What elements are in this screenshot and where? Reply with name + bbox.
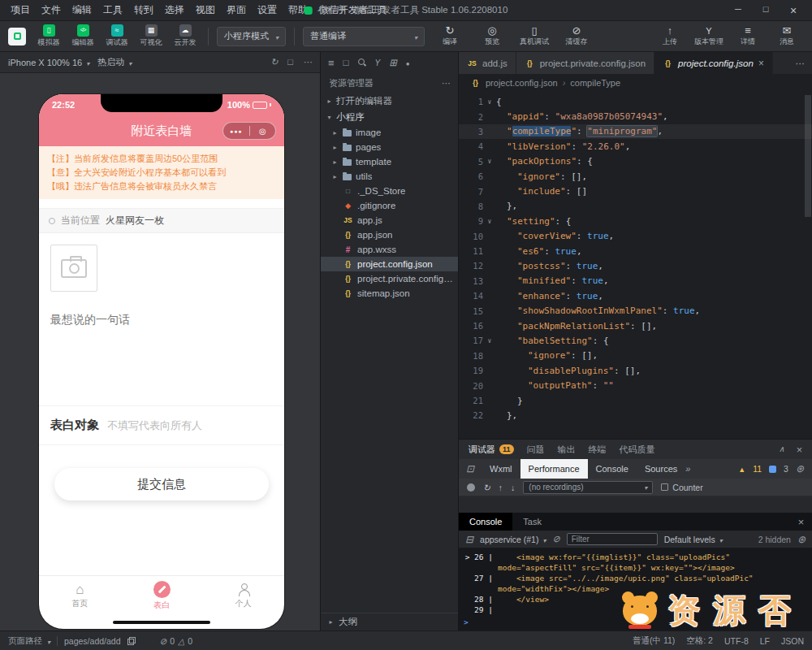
tab-code-quality[interactable]: 代码质量 — [620, 444, 655, 456]
search-icon[interactable] — [358, 58, 366, 67]
project-avatar[interactable] — [8, 28, 26, 46]
devtools-tab-console[interactable]: Console — [588, 459, 637, 479]
tab-overflow-button[interactable] — [787, 52, 812, 74]
toggle-debugger[interactable]: 调试器 — [102, 24, 132, 48]
menu-select[interactable]: 选择 — [159, 2, 190, 19]
copy-icon[interactable] — [127, 637, 136, 645]
compile-mode-dropdown[interactable]: 普通编译 — [303, 27, 425, 46]
counter-checkbox[interactable]: Counter — [661, 483, 702, 492]
messages-button[interactable]: 消息 — [770, 25, 804, 47]
toggle-simulator[interactable]: 模拟器 — [34, 24, 63, 48]
eye-icon[interactable] — [552, 534, 559, 544]
tab-output[interactable]: 输出 — [558, 444, 576, 456]
version-control-button[interactable]: 版本管理 — [692, 25, 726, 47]
recordings-dropdown[interactable]: (no recordings) — [523, 481, 653, 494]
clear-cache-button[interactable]: 清缓存 — [559, 25, 594, 47]
toggle-cloud[interactable]: 云开发 — [171, 24, 200, 48]
tree-folder-image[interactable]: image — [321, 125, 458, 140]
tree-file-gitignore[interactable]: .gitignore — [321, 198, 458, 213]
tree-file-sitemap[interactable]: sitemap.json — [321, 286, 458, 301]
menu-edit[interactable]: 编辑 — [67, 2, 97, 19]
capsule-menu[interactable]: ●●● ◎ — [222, 122, 276, 140]
maximize-button[interactable] — [752, 4, 780, 17]
menu-file[interactable]: 文件 — [36, 2, 67, 19]
tree-file-privateconfig[interactable]: project.private.config.json — [321, 271, 458, 286]
tab-confess[interactable]: 表白 — [121, 576, 203, 616]
tree-folder-utils[interactable]: utils — [321, 169, 458, 184]
capsule-close-icon[interactable]: ◎ — [250, 127, 276, 136]
menu-goto[interactable]: 转到 — [128, 2, 159, 19]
tree-folder-template[interactable]: template — [321, 154, 458, 169]
indentation-indicator[interactable]: 空格: 2 — [686, 635, 713, 647]
close-tab-icon[interactable] — [758, 58, 764, 69]
add-photo-button[interactable] — [50, 245, 97, 292]
tab-terminal[interactable]: 终端 — [589, 444, 607, 456]
more-tabs-icon[interactable] — [685, 464, 690, 474]
code-editor[interactable]: 1{ 2"appid": "wxa8a0987b05074943", 3"com… — [459, 92, 812, 439]
git-icon[interactable] — [375, 58, 381, 67]
devtools-tab-performance[interactable]: Performance — [520, 459, 588, 479]
tab-debugger[interactable]: 调试器 11 — [469, 444, 514, 456]
menu-tools[interactable]: 工具 — [97, 2, 128, 19]
tab-private-config[interactable]: project.private.config.json — [516, 52, 654, 74]
menu-view[interactable]: 视图 — [190, 2, 221, 19]
page-path-dropdown[interactable]: 页面路径 — [8, 635, 50, 647]
submit-button[interactable]: 提交信息 — [54, 468, 269, 500]
close-panel-icon[interactable] — [796, 444, 802, 456]
restart-mode-selector[interactable]: 热启动 — [97, 56, 132, 68]
more-icon[interactable] — [303, 57, 312, 67]
tree-folder-pages[interactable]: pages — [321, 140, 458, 154]
expand-panel-icon[interactable] — [779, 444, 784, 456]
tab-problems[interactable]: 问题 — [527, 444, 545, 456]
warning-icon[interactable] — [738, 464, 745, 474]
tree-file-appjs[interactable]: app.js — [321, 213, 458, 228]
files-icon[interactable] — [343, 58, 349, 67]
issues-icon[interactable] — [769, 466, 776, 473]
devtools-tab-sources[interactable]: Sources — [637, 459, 685, 479]
menu-settings[interactable]: 设置 — [252, 2, 283, 19]
location-row[interactable]: 当前位置 火星网友一枚 — [39, 209, 284, 233]
breadcrumb[interactable]: project.config.json compileType — [459, 74, 812, 92]
menu-project[interactable]: 项目 — [5, 2, 36, 19]
context-dropdown[interactable]: appservice (#1) — [480, 535, 546, 544]
status-dot-icon[interactable] — [406, 58, 410, 67]
extensions-icon[interactable] — [389, 57, 397, 68]
inspect-icon[interactable] — [459, 463, 482, 474]
editor-scrollbar[interactable] — [805, 95, 811, 217]
gear-icon[interactable] — [796, 463, 804, 474]
load-profile-icon[interactable] — [499, 483, 503, 492]
toggle-visualizer[interactable]: 可视化 — [136, 24, 166, 48]
console-output[interactable]: > 26 | <image wx:for="{{imglist}}" class… — [459, 548, 812, 630]
compile-button[interactable]: 编译 — [433, 25, 467, 47]
gear-icon[interactable] — [797, 534, 806, 545]
device-selector[interactable]: iPhone X 100% 16 — [8, 58, 89, 67]
section-open-editors[interactable]: 打开的编辑器 — [321, 93, 458, 109]
tab-home[interactable]: 首页 — [39, 576, 121, 616]
minimize-button[interactable] — [724, 4, 752, 17]
more-dots-icon[interactable]: ●●● — [223, 128, 249, 134]
preview-button[interactable]: 预览 — [475, 25, 509, 47]
reload-record-icon[interactable] — [483, 483, 490, 492]
outline-section[interactable]: 大纲 — [321, 613, 458, 630]
eol-indicator[interactable]: LF — [760, 636, 770, 646]
message-textarea[interactable]: 最想说的一句话 — [39, 292, 284, 405]
section-project-root[interactable]: 小程序 — [321, 109, 458, 125]
task-tab[interactable]: Task — [512, 513, 552, 531]
console-filter-input[interactable] — [567, 533, 658, 545]
tree-file-dsstore[interactable]: ._DS_Store — [321, 184, 458, 198]
tree-file-projectconfig[interactable]: project.config.json — [321, 257, 458, 271]
tab-project-config[interactable]: project.config.json — [654, 52, 773, 74]
console-sidebar-icon[interactable] — [465, 534, 473, 545]
mode-dropdown[interactable]: 小程序模式 — [217, 27, 286, 46]
log-levels-dropdown[interactable]: Default levels — [664, 535, 723, 544]
save-profile-icon[interactable] — [511, 483, 515, 492]
upload-button[interactable]: 上传 — [653, 25, 687, 47]
menu-interface[interactable]: 界面 — [221, 2, 252, 19]
tree-file-appjson[interactable]: app.json — [321, 228, 458, 242]
console-tab[interactable]: Console — [459, 513, 512, 531]
explorer-more-icon[interactable] — [441, 78, 450, 89]
close-console-icon[interactable] — [789, 516, 812, 528]
target-input[interactable]: 不填写代表向所有人 — [107, 418, 202, 433]
record-button[interactable] — [467, 483, 475, 492]
rotate-icon[interactable] — [270, 57, 278, 67]
